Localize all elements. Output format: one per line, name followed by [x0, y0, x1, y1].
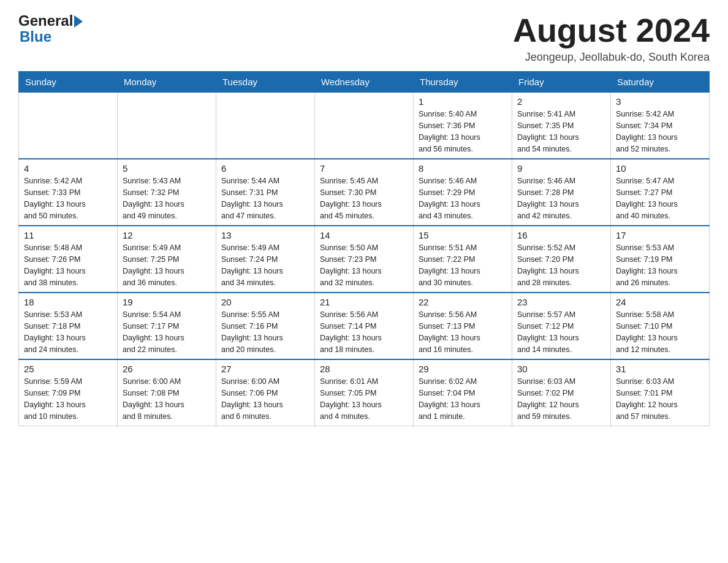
calendar-cell: 21Sunrise: 5:56 AMSunset: 7:14 PMDayligh…: [315, 293, 414, 359]
calendar-cell: [216, 93, 315, 159]
day-info: Sunrise: 5:49 AMSunset: 7:24 PMDaylight:…: [221, 242, 309, 288]
day-info: Sunrise: 5:56 AMSunset: 7:14 PMDaylight:…: [320, 309, 408, 355]
calendar-week-4: 18Sunrise: 5:53 AMSunset: 7:18 PMDayligh…: [19, 293, 710, 359]
calendar-cell: 4Sunrise: 5:42 AMSunset: 7:33 PMDaylight…: [19, 159, 118, 226]
day-info: Sunrise: 5:55 AMSunset: 7:16 PMDaylight:…: [221, 309, 309, 355]
day-info: Sunrise: 5:56 AMSunset: 7:13 PMDaylight:…: [419, 309, 507, 355]
day-info: Sunrise: 5:50 AMSunset: 7:23 PMDaylight:…: [320, 242, 408, 288]
calendar-cell: [19, 93, 118, 159]
day-info: Sunrise: 5:57 AMSunset: 7:12 PMDaylight:…: [517, 309, 605, 355]
day-info: Sunrise: 5:46 AMSunset: 7:29 PMDaylight:…: [419, 175, 507, 221]
calendar-cell: 13Sunrise: 5:49 AMSunset: 7:24 PMDayligh…: [216, 226, 315, 293]
day-number: 31: [616, 364, 704, 374]
header-thursday: Thursday: [414, 72, 512, 93]
day-number: 29: [419, 364, 507, 374]
day-number: 11: [24, 230, 112, 240]
calendar-cell: 9Sunrise: 5:46 AMSunset: 7:28 PMDaylight…: [512, 159, 611, 226]
day-number: 6: [221, 163, 309, 174]
day-number: 10: [616, 163, 704, 174]
logo-arrow-icon: [74, 15, 83, 28]
calendar-cell: 16Sunrise: 5:52 AMSunset: 7:20 PMDayligh…: [512, 226, 611, 293]
day-info: Sunrise: 5:45 AMSunset: 7:30 PMDaylight:…: [320, 175, 408, 221]
day-number: 12: [123, 230, 211, 240]
calendar-cell: [315, 93, 414, 159]
day-info: Sunrise: 5:51 AMSunset: 7:22 PMDaylight:…: [419, 242, 507, 288]
calendar-cell: 14Sunrise: 5:50 AMSunset: 7:23 PMDayligh…: [315, 226, 414, 293]
day-number: 18: [24, 297, 112, 307]
day-number: 27: [221, 364, 309, 374]
day-number: 4: [24, 163, 112, 174]
day-number: 13: [221, 230, 309, 240]
day-number: 24: [616, 297, 704, 307]
day-info: Sunrise: 5:44 AMSunset: 7:31 PMDaylight:…: [221, 175, 309, 221]
day-info: Sunrise: 5:54 AMSunset: 7:17 PMDaylight:…: [123, 309, 211, 355]
calendar-cell: 12Sunrise: 5:49 AMSunset: 7:25 PMDayligh…: [118, 226, 216, 293]
day-number: 16: [517, 230, 605, 240]
calendar-cell: 27Sunrise: 6:00 AMSunset: 7:06 PMDayligh…: [216, 359, 315, 426]
logo-blue-text: Blue: [20, 28, 51, 45]
calendar-cell: 26Sunrise: 6:00 AMSunset: 7:08 PMDayligh…: [118, 359, 216, 426]
day-info: Sunrise: 5:47 AMSunset: 7:27 PMDaylight:…: [616, 175, 704, 221]
calendar-week-2: 4Sunrise: 5:42 AMSunset: 7:33 PMDaylight…: [19, 159, 710, 226]
calendar-cell: 11Sunrise: 5:48 AMSunset: 7:26 PMDayligh…: [19, 226, 118, 293]
logo-general-text: General: [18, 12, 73, 29]
day-info: Sunrise: 5:58 AMSunset: 7:10 PMDaylight:…: [616, 309, 704, 355]
location: Jeongeup, Jeollabuk-do, South Korea: [513, 51, 710, 64]
calendar-cell: 19Sunrise: 5:54 AMSunset: 7:17 PMDayligh…: [118, 293, 216, 359]
header-friday: Friday: [512, 72, 611, 93]
day-number: 30: [517, 364, 605, 374]
month-title: August 2024: [513, 12, 710, 48]
day-info: Sunrise: 5:41 AMSunset: 7:35 PMDaylight:…: [517, 109, 605, 155]
day-info: Sunrise: 5:53 AMSunset: 7:18 PMDaylight:…: [24, 309, 112, 355]
day-info: Sunrise: 5:53 AMSunset: 7:19 PMDaylight:…: [616, 242, 704, 288]
day-info: Sunrise: 6:00 AMSunset: 7:06 PMDaylight:…: [221, 376, 309, 422]
calendar-cell: 6Sunrise: 5:44 AMSunset: 7:31 PMDaylight…: [216, 159, 315, 226]
calendar-cell: 20Sunrise: 5:55 AMSunset: 7:16 PMDayligh…: [216, 293, 315, 359]
day-info: Sunrise: 5:49 AMSunset: 7:25 PMDaylight:…: [123, 242, 211, 288]
day-number: 8: [419, 163, 507, 174]
day-number: 14: [320, 230, 408, 240]
day-number: 9: [517, 163, 605, 174]
calendar-cell: 15Sunrise: 5:51 AMSunset: 7:22 PMDayligh…: [414, 226, 512, 293]
calendar-cell: 24Sunrise: 5:58 AMSunset: 7:10 PMDayligh…: [611, 293, 710, 359]
day-info: Sunrise: 5:43 AMSunset: 7:32 PMDaylight:…: [123, 175, 211, 221]
calendar-cell: 25Sunrise: 5:59 AMSunset: 7:09 PMDayligh…: [19, 359, 118, 426]
day-number: 17: [616, 230, 704, 240]
day-number: 26: [123, 364, 211, 374]
calendar-table: SundayMondayTuesdayWednesdayThursdayFrid…: [18, 71, 710, 426]
day-number: 7: [320, 163, 408, 174]
day-number: 28: [320, 364, 408, 374]
calendar-header-row: SundayMondayTuesdayWednesdayThursdayFrid…: [19, 72, 710, 93]
calendar-cell: 29Sunrise: 6:02 AMSunset: 7:04 PMDayligh…: [414, 359, 512, 426]
header-saturday: Saturday: [611, 72, 710, 93]
day-number: 19: [123, 297, 211, 307]
calendar-cell: 18Sunrise: 5:53 AMSunset: 7:18 PMDayligh…: [19, 293, 118, 359]
page-header: General Blue August 2024 Jeongeup, Jeoll…: [18, 12, 710, 64]
day-info: Sunrise: 5:42 AMSunset: 7:34 PMDaylight:…: [616, 109, 704, 155]
day-info: Sunrise: 6:03 AMSunset: 7:01 PMDaylight:…: [616, 376, 704, 422]
day-number: 1: [419, 96, 507, 107]
day-number: 22: [419, 297, 507, 307]
day-number: 5: [123, 163, 211, 174]
calendar-cell: 22Sunrise: 5:56 AMSunset: 7:13 PMDayligh…: [414, 293, 512, 359]
day-number: 20: [221, 297, 309, 307]
day-info: Sunrise: 5:40 AMSunset: 7:36 PMDaylight:…: [419, 109, 507, 155]
day-info: Sunrise: 6:02 AMSunset: 7:04 PMDaylight:…: [419, 376, 507, 422]
day-info: Sunrise: 5:42 AMSunset: 7:33 PMDaylight:…: [24, 175, 112, 221]
calendar-cell: 30Sunrise: 6:03 AMSunset: 7:02 PMDayligh…: [512, 359, 611, 426]
calendar-cell: 10Sunrise: 5:47 AMSunset: 7:27 PMDayligh…: [611, 159, 710, 226]
calendar-cell: 2Sunrise: 5:41 AMSunset: 7:35 PMDaylight…: [512, 93, 611, 159]
day-number: 23: [517, 297, 605, 307]
header-tuesday: Tuesday: [216, 72, 315, 93]
day-info: Sunrise: 6:01 AMSunset: 7:05 PMDaylight:…: [320, 376, 408, 422]
header-wednesday: Wednesday: [315, 72, 414, 93]
calendar-cell: 8Sunrise: 5:46 AMSunset: 7:29 PMDaylight…: [414, 159, 512, 226]
calendar-cell: 23Sunrise: 5:57 AMSunset: 7:12 PMDayligh…: [512, 293, 611, 359]
calendar-cell: 17Sunrise: 5:53 AMSunset: 7:19 PMDayligh…: [611, 226, 710, 293]
header-monday: Monday: [118, 72, 216, 93]
calendar-cell: 1Sunrise: 5:40 AMSunset: 7:36 PMDaylight…: [414, 93, 512, 159]
day-info: Sunrise: 5:46 AMSunset: 7:28 PMDaylight:…: [517, 175, 605, 221]
day-info: Sunrise: 6:00 AMSunset: 7:08 PMDaylight:…: [123, 376, 211, 422]
day-info: Sunrise: 5:48 AMSunset: 7:26 PMDaylight:…: [24, 242, 112, 288]
day-info: Sunrise: 6:03 AMSunset: 7:02 PMDaylight:…: [517, 376, 605, 422]
